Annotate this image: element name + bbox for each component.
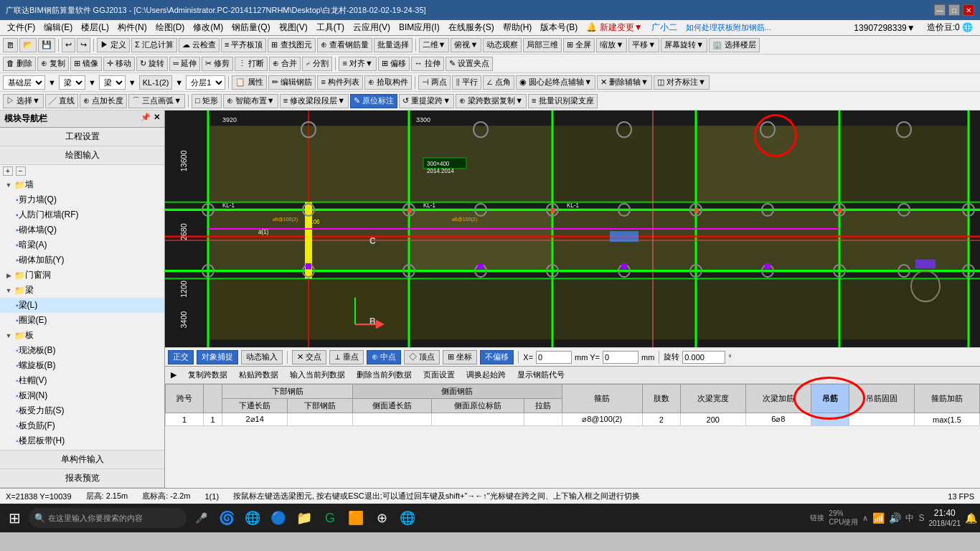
dt-paste-span[interactable]: 粘贴跨数据 — [236, 369, 281, 381]
menu-floor[interactable]: 楼层(L) — [77, 20, 113, 35]
menu-draw[interactable]: 绘图(D) — [151, 20, 189, 35]
dt-page-setup[interactable]: 页面设置 — [420, 369, 458, 381]
task-edge-icon[interactable]: 🔵 — [267, 507, 290, 529]
tb-select-mode[interactable]: ▷ 选择▼ — [3, 94, 44, 108]
snap-midpoint[interactable]: ⊕ 中点 — [367, 350, 401, 364]
tree-beam-parent[interactable]: ▼ 📁 梁 — [0, 283, 164, 298]
task-app1-icon[interactable]: 🌐 — [241, 507, 264, 529]
tb-mirror[interactable]: ⊞ 镜像 — [70, 57, 102, 71]
tb-undo[interactable]: ↩ — [62, 38, 75, 52]
tb-move[interactable]: ✛ 移动 — [103, 57, 135, 71]
td-side-mark[interactable] — [431, 413, 524, 426]
task-app2-icon[interactable]: 📁 — [293, 507, 316, 529]
snap-perpendicular[interactable]: ⊥ 垂点 — [329, 350, 364, 364]
tree-hidden-beam[interactable]: ▪ 暗梁(A) — [0, 237, 164, 253]
snap-no-offset[interactable]: 不偏移 — [480, 350, 514, 364]
task-app3-icon[interactable]: G — [319, 507, 341, 529]
tree-slab-rebar[interactable]: ▪ 板受力筋(S) — [0, 403, 164, 418]
nav-pin[interactable]: 📌 — [141, 113, 151, 125]
tb-rotate[interactable]: ↻ 旋转 — [136, 57, 168, 71]
snap-intersection[interactable]: ✕ 交点 — [292, 350, 326, 364]
menu-tools[interactable]: 工具(T) — [312, 20, 349, 35]
dt-delete-col[interactable]: 删除当前列数据 — [354, 369, 415, 381]
tb-align-slab[interactable]: ≡ 平齐板顶 — [221, 38, 266, 52]
tray-ime-icon[interactable]: S — [918, 513, 924, 523]
tree-cast-slab[interactable]: ▪ 现浇板(B) — [0, 343, 164, 358]
menu-version[interactable]: 版本号(B) — [536, 20, 582, 35]
data-table-container[interactable]: 跨号 下部钢筋 侧面钢筋 箍筋 肢数 次梁宽度 次梁加筋 吊筋 吊筋固固 箍筋加… — [165, 384, 980, 488]
tb-span-copy[interactable]: ⊕ 梁跨数据复制▼ — [456, 94, 527, 108]
start-button[interactable]: ⊞ — [3, 507, 26, 529]
tb-extend[interactable]: ═ 延伸 — [169, 57, 200, 71]
task-ie-icon[interactable]: 🌀 — [215, 507, 238, 529]
tree-remove-icon[interactable]: − — [16, 166, 26, 176]
menu-modify[interactable]: 修改(M) — [189, 20, 227, 35]
tb-grip[interactable]: ✎ 设置夹点 — [446, 57, 493, 71]
tb-line[interactable]: ╱ 直线 — [45, 94, 78, 108]
cad-drawing[interactable]: 13600 2680 1200 3400 3920 3300 a(1) 1.06… — [165, 110, 980, 347]
layer-select[interactable]: 分层1 — [186, 75, 225, 90]
report-preview-btn[interactable]: 报表预览 — [0, 469, 164, 488]
search-bar[interactable]: 🔍 在这里输入你要搜索的内容 — [29, 508, 187, 528]
td-hang-fixed[interactable] — [849, 413, 914, 426]
single-component-btn[interactable]: 单构件输入 — [0, 451, 164, 469]
tb-pan[interactable]: 平移▼ — [628, 38, 659, 52]
td-sec-beam-stir[interactable]: 6⌀8 — [745, 413, 811, 426]
tb-cloud-check[interactable]: ☁ 云检查 — [179, 38, 220, 52]
menu-online[interactable]: 在线服务(S) — [444, 20, 499, 35]
tree-col-cap[interactable]: ▪ 柱帽(V) — [0, 373, 164, 388]
tb-reextract-span[interactable]: ↺ 重提梁跨▼ — [399, 94, 454, 108]
name-select[interactable]: 梁 — [99, 75, 126, 90]
tree-add-icon[interactable]: + — [3, 166, 13, 176]
menu-help-text[interactable]: 如何处理茯板附加钢筋... — [682, 21, 776, 34]
menu-help[interactable]: 帮助(H) — [499, 20, 537, 35]
tb-copy[interactable]: ⊕ 复制 — [37, 57, 69, 71]
menu-edit[interactable]: 编辑(E) — [39, 20, 77, 35]
tree-beam-l[interactable]: ▪ 梁(L) — [0, 298, 164, 313]
tb-save[interactable]: 💾 — [38, 38, 55, 52]
tree-neg-rebar[interactable]: ▪ 板负筋(F) — [0, 418, 164, 433]
dt-copy-span[interactable]: 复制跨数据 — [185, 369, 230, 381]
tree-spiral-slab[interactable]: ▪ 螺旋板(B) — [0, 358, 164, 373]
eng-setup-btn[interactable]: 工程设置 — [0, 128, 164, 146]
tb-orbit[interactable]: 动态观察 — [483, 38, 522, 52]
tb-batch-identify[interactable]: ≡ 批量识别梁支座 — [528, 94, 597, 108]
tb-edit-rebar[interactable]: ✏ 编辑钢筋 — [268, 75, 316, 90]
tree-masonry-wall[interactable]: ▪ 砌体墙(Q) — [0, 222, 164, 237]
tree-slab-hole[interactable]: ▪ 板洞(N) — [0, 388, 164, 403]
drawing-input-btn[interactable]: 绘图输入 — [0, 146, 164, 165]
tb-define[interactable]: ▶ 定义 — [97, 38, 130, 52]
tb-circle-axis[interactable]: ◉ 圆心起终点辅轴▼ — [516, 75, 595, 90]
tb-join[interactable]: ⊕ 合并 — [269, 57, 301, 71]
type-select[interactable]: 梁 — [59, 75, 85, 90]
td-bottom-thru[interactable]: 2⌀14 — [222, 413, 288, 426]
tb-top-view[interactable]: 俯视▼ — [451, 38, 481, 52]
close-button[interactable]: ✕ — [963, 4, 974, 16]
dt-input-col[interactable]: 输入当前列数据 — [287, 369, 348, 381]
task-app6-icon[interactable]: 🌐 — [396, 507, 419, 529]
nav-close[interactable]: ✕ — [154, 113, 160, 125]
task-app5-icon[interactable]: ⊕ — [370, 507, 393, 529]
tb-stretch[interactable]: ↔ 拉伸 — [411, 57, 444, 71]
menu-view[interactable]: 视图(V) — [275, 20, 312, 35]
beam-name-field[interactable]: KL-1(2) — [139, 75, 173, 90]
maximize-button[interactable]: □ — [948, 4, 960, 16]
menu-cloud[interactable]: 云应用(V) — [349, 20, 395, 35]
menu-new-change[interactable]: 🔔 新建变更▼ — [582, 20, 646, 35]
menu-price-bean[interactable]: 造价豆:0 🌐 — [923, 20, 977, 35]
tb-property[interactable]: 📋 属性 — [232, 75, 267, 90]
td-hang-steel[interactable] — [811, 413, 849, 426]
menu-phone[interactable]: 13907298339▼ — [849, 22, 919, 34]
tree-ring-beam[interactable]: ▪ 圈梁(E) — [0, 313, 164, 328]
menu-file[interactable]: 文件(F) — [3, 20, 39, 35]
tray-notification-icon[interactable]: 🔔 — [965, 512, 977, 524]
minimize-button[interactable]: — — [934, 4, 946, 16]
tb-fullscreen[interactable]: ⊞ 全屏 — [563, 38, 595, 52]
tb-3pt-arc[interactable]: ⌒ 三点画弧▼ — [128, 94, 185, 108]
tb-2d[interactable]: 二维▼ — [419, 38, 450, 52]
tb-calc[interactable]: Σ 汇总计算 — [131, 38, 177, 52]
tb-del-axis[interactable]: ✕ 删除辅轴▼ — [597, 75, 652, 90]
search-placeholder[interactable]: 在这里输入你要搜索的内容 — [48, 513, 143, 524]
tb-redo[interactable]: ↪ — [77, 38, 90, 52]
tray-lang-icon[interactable]: 中 — [905, 512, 914, 524]
